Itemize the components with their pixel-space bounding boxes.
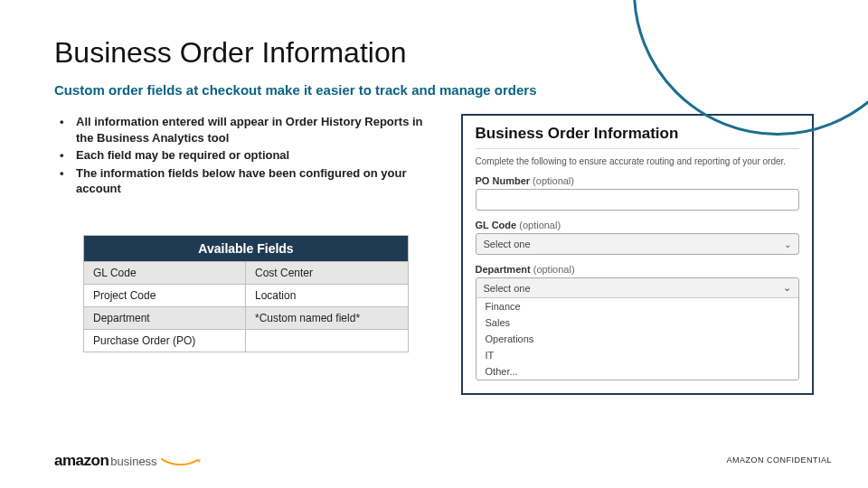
select-option[interactable]: Operations [476,331,798,347]
order-info-panel: Business Order Information Complete the … [461,114,814,395]
select-option[interactable]: Sales [476,314,798,331]
table-cell: *Custom named field* [246,307,408,329]
select-option[interactable]: IT [476,347,798,363]
confidential-label: AMAZON CONFIDENTIAL [726,455,832,465]
available-fields-table: Available Fields GL Code Cost Center Pro… [83,235,409,352]
brand-logo: amazonbusiness [54,452,203,470]
po-number-label: PO Number (optional) [476,175,799,186]
bullet-item: Each field may be required or optional [76,147,289,164]
table-cell: Department [84,307,246,329]
table-cell: Purchase Order (PO) [84,330,246,352]
table-cell: Cost Center [246,262,408,284]
table-cell: Project Code [84,285,246,306]
chevron-down-icon: ⌄ [783,282,791,294]
gl-code-select[interactable]: Select one ⌄ [476,233,799,255]
select-option[interactable]: Finance [476,298,798,314]
chevron-down-icon: ⌄ [784,239,791,249]
panel-description: Complete the following to ensure accurat… [476,156,799,166]
table-cell: GL Code [84,262,246,284]
bullet-item: All information entered will appear in O… [76,114,443,145]
bullet-item: The information fields below have been c… [76,165,443,197]
table-cell [246,330,408,352]
select-option[interactable]: Other... [476,363,798,380]
department-label: Department (optional) [476,264,799,275]
po-number-input[interactable] [476,189,799,211]
smile-icon [161,458,203,465]
gl-code-label: GL Code (optional) [476,220,799,230]
bullet-list: •All information entered will appear in … [54,114,443,197]
table-header: Available Fields [84,236,408,261]
department-select[interactable]: Select one ⌄ Finance Sales Operations IT… [476,277,799,380]
table-cell: Location [246,285,408,306]
